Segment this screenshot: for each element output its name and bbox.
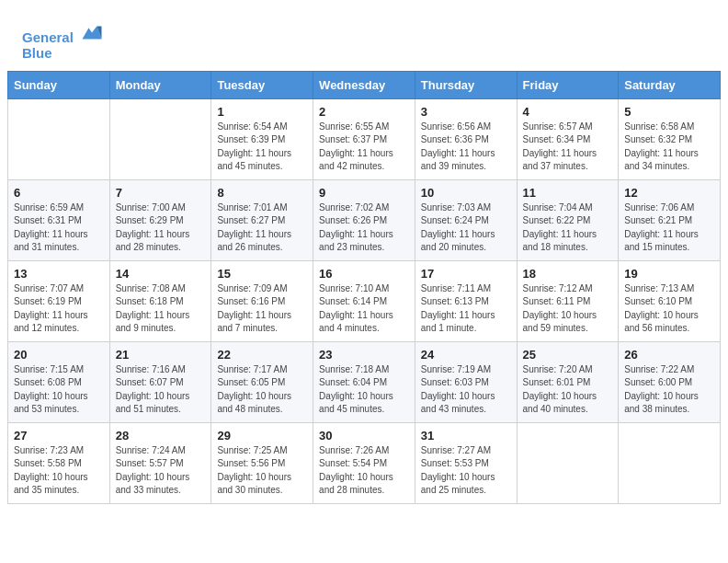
day-number: 30 <box>319 429 409 442</box>
day-info: Sunrise: 7:27 AM Sunset: 5:53 PM Dayligh… <box>421 444 511 498</box>
day-number: 1 <box>217 105 307 119</box>
day-info: Sunrise: 7:11 AM Sunset: 6:13 PM Dayligh… <box>421 282 511 336</box>
day-info: Sunrise: 7:26 AM Sunset: 5:54 PM Dayligh… <box>319 444 409 498</box>
day-number: 25 <box>523 348 613 362</box>
day-info: Sunrise: 7:12 AM Sunset: 6:11 PM Dayligh… <box>523 282 613 336</box>
calendar-week-row: 13Sunrise: 7:07 AM Sunset: 6:19 PM Dayli… <box>8 260 721 341</box>
day-info: Sunrise: 7:15 AM Sunset: 6:08 PM Dayligh… <box>14 363 104 417</box>
day-info: Sunrise: 7:10 AM Sunset: 6:14 PM Dayligh… <box>319 282 409 336</box>
day-number: 4 <box>523 105 613 119</box>
day-number: 18 <box>523 267 613 281</box>
day-number: 8 <box>217 186 307 200</box>
day-number: 5 <box>624 105 714 119</box>
logo-general: General <box>22 29 74 45</box>
day-number: 29 <box>217 429 307 442</box>
day-number: 3 <box>421 105 511 119</box>
calendar-cell: 16Sunrise: 7:10 AM Sunset: 6:14 PM Dayli… <box>313 260 415 341</box>
day-info: Sunrise: 7:18 AM Sunset: 6:04 PM Dayligh… <box>319 363 409 417</box>
day-info: Sunrise: 6:59 AM Sunset: 6:31 PM Dayligh… <box>14 201 104 255</box>
calendar-cell: 19Sunrise: 7:13 AM Sunset: 6:10 PM Dayli… <box>619 260 721 341</box>
calendar-cell: 31Sunrise: 7:27 AM Sunset: 5:53 PM Dayli… <box>415 422 517 503</box>
day-number: 7 <box>116 186 206 200</box>
day-info: Sunrise: 7:25 AM Sunset: 5:56 PM Dayligh… <box>217 444 307 498</box>
day-number: 27 <box>14 429 104 442</box>
calendar-cell: 30Sunrise: 7:26 AM Sunset: 5:54 PM Dayli… <box>313 422 415 503</box>
day-info: Sunrise: 7:17 AM Sunset: 6:05 PM Dayligh… <box>217 363 307 417</box>
day-header-wednesday: Wednesday <box>313 71 415 98</box>
day-info: Sunrise: 7:19 AM Sunset: 6:03 PM Dayligh… <box>421 363 511 417</box>
day-info: Sunrise: 7:24 AM Sunset: 5:57 PM Dayligh… <box>116 444 206 498</box>
day-number: 23 <box>319 348 409 362</box>
day-header-monday: Monday <box>109 71 211 98</box>
day-info: Sunrise: 7:09 AM Sunset: 6:16 PM Dayligh… <box>217 282 307 336</box>
day-info: Sunrise: 6:56 AM Sunset: 6:36 PM Dayligh… <box>421 121 511 174</box>
calendar-cell: 15Sunrise: 7:09 AM Sunset: 6:16 PM Dayli… <box>211 260 313 341</box>
calendar-cell <box>109 98 211 179</box>
calendar-cell: 21Sunrise: 7:16 AM Sunset: 6:07 PM Dayli… <box>109 341 211 422</box>
calendar-cell <box>517 422 619 503</box>
day-info: Sunrise: 7:03 AM Sunset: 6:24 PM Dayligh… <box>421 201 511 255</box>
calendar-cell: 9Sunrise: 7:02 AM Sunset: 6:26 PM Daylig… <box>313 179 415 260</box>
calendar-cell: 11Sunrise: 7:04 AM Sunset: 6:22 PM Dayli… <box>517 179 619 260</box>
calendar-week-row: 1Sunrise: 6:54 AM Sunset: 6:39 PM Daylig… <box>8 98 721 179</box>
day-info: Sunrise: 6:55 AM Sunset: 6:37 PM Dayligh… <box>319 121 409 174</box>
day-number: 10 <box>421 186 511 200</box>
logo-icon <box>79 17 105 42</box>
logo-blue: Blue <box>22 45 105 61</box>
header: General Blue <box>0 0 728 71</box>
day-header-sunday: Sunday <box>8 71 110 98</box>
calendar-table: SundayMondayTuesdayWednesdayThursdayFrid… <box>7 71 721 504</box>
calendar-cell: 28Sunrise: 7:24 AM Sunset: 5:57 PM Dayli… <box>109 422 211 503</box>
calendar-cell: 20Sunrise: 7:15 AM Sunset: 6:08 PM Dayli… <box>8 341 110 422</box>
calendar-cell: 8Sunrise: 7:01 AM Sunset: 6:27 PM Daylig… <box>211 179 313 260</box>
calendar-cell: 2Sunrise: 6:55 AM Sunset: 6:37 PM Daylig… <box>313 98 415 179</box>
day-number: 14 <box>116 267 206 281</box>
calendar-cell: 23Sunrise: 7:18 AM Sunset: 6:04 PM Dayli… <box>313 341 415 422</box>
calendar-cell: 18Sunrise: 7:12 AM Sunset: 6:11 PM Dayli… <box>517 260 619 341</box>
calendar-cell: 1Sunrise: 6:54 AM Sunset: 6:39 PM Daylig… <box>211 98 313 179</box>
day-header-tuesday: Tuesday <box>211 71 313 98</box>
day-number: 21 <box>116 348 206 362</box>
day-info: Sunrise: 7:04 AM Sunset: 6:22 PM Dayligh… <box>523 201 613 255</box>
calendar-cell: 4Sunrise: 6:57 AM Sunset: 6:34 PM Daylig… <box>517 98 619 179</box>
day-number: 28 <box>116 429 206 442</box>
calendar-cell: 27Sunrise: 7:23 AM Sunset: 5:58 PM Dayli… <box>8 422 110 503</box>
day-number: 24 <box>421 348 511 362</box>
calendar-cell: 5Sunrise: 6:58 AM Sunset: 6:32 PM Daylig… <box>619 98 721 179</box>
calendar-cell: 3Sunrise: 6:56 AM Sunset: 6:36 PM Daylig… <box>415 98 517 179</box>
day-info: Sunrise: 6:58 AM Sunset: 6:32 PM Dayligh… <box>624 121 714 174</box>
calendar-header-row: SundayMondayTuesdayWednesdayThursdayFrid… <box>8 71 721 98</box>
calendar-week-row: 6Sunrise: 6:59 AM Sunset: 6:31 PM Daylig… <box>8 179 721 260</box>
day-header-thursday: Thursday <box>415 71 517 98</box>
day-header-saturday: Saturday <box>619 71 721 98</box>
day-info: Sunrise: 7:08 AM Sunset: 6:18 PM Dayligh… <box>116 282 206 336</box>
day-info: Sunrise: 7:02 AM Sunset: 6:26 PM Dayligh… <box>319 201 409 255</box>
calendar-cell: 24Sunrise: 7:19 AM Sunset: 6:03 PM Dayli… <box>415 341 517 422</box>
day-info: Sunrise: 7:00 AM Sunset: 6:29 PM Dayligh… <box>116 201 206 255</box>
day-number: 6 <box>14 186 104 200</box>
day-info: Sunrise: 7:22 AM Sunset: 6:00 PM Dayligh… <box>624 363 714 417</box>
day-info: Sunrise: 7:13 AM Sunset: 6:10 PM Dayligh… <box>624 282 714 336</box>
day-number: 11 <box>523 186 613 200</box>
day-info: Sunrise: 7:16 AM Sunset: 6:07 PM Dayligh… <box>116 363 206 417</box>
day-number: 19 <box>624 267 714 281</box>
day-info: Sunrise: 7:01 AM Sunset: 6:27 PM Dayligh… <box>217 201 307 255</box>
day-number: 9 <box>319 186 409 200</box>
day-info: Sunrise: 7:06 AM Sunset: 6:21 PM Dayligh… <box>624 201 714 255</box>
day-info: Sunrise: 6:54 AM Sunset: 6:39 PM Dayligh… <box>217 121 307 174</box>
calendar-cell: 29Sunrise: 7:25 AM Sunset: 5:56 PM Dayli… <box>211 422 313 503</box>
calendar-cell: 17Sunrise: 7:11 AM Sunset: 6:13 PM Dayli… <box>415 260 517 341</box>
day-number: 16 <box>319 267 409 281</box>
day-info: Sunrise: 7:23 AM Sunset: 5:58 PM Dayligh… <box>14 444 104 498</box>
calendar-cell <box>619 422 721 503</box>
day-info: Sunrise: 6:57 AM Sunset: 6:34 PM Dayligh… <box>523 121 613 174</box>
day-number: 26 <box>624 348 714 362</box>
calendar-cell: 12Sunrise: 7:06 AM Sunset: 6:21 PM Dayli… <box>619 179 721 260</box>
day-number: 13 <box>14 267 104 281</box>
calendar-cell: 22Sunrise: 7:17 AM Sunset: 6:05 PM Dayli… <box>211 341 313 422</box>
day-info: Sunrise: 7:07 AM Sunset: 6:19 PM Dayligh… <box>14 282 104 336</box>
day-number: 2 <box>319 105 409 119</box>
calendar-cell: 26Sunrise: 7:22 AM Sunset: 6:00 PM Dayli… <box>619 341 721 422</box>
calendar-cell: 13Sunrise: 7:07 AM Sunset: 6:19 PM Dayli… <box>8 260 110 341</box>
calendar-week-row: 20Sunrise: 7:15 AM Sunset: 6:08 PM Dayli… <box>8 341 721 422</box>
